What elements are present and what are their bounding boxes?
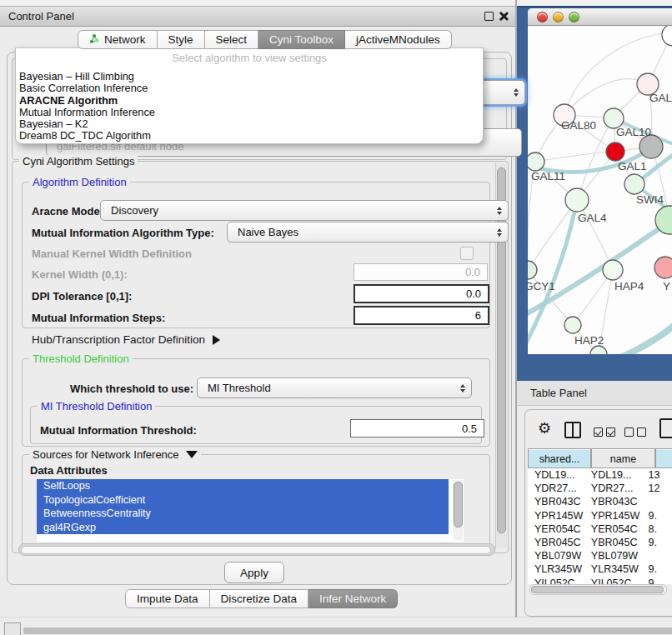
network-node-gal11[interactable] — [528, 152, 544, 171]
network-node-gal1[interactable] — [606, 142, 624, 161]
algorithm-option-dream8-dc-tdc-algorithm[interactable]: Dream8 DC_TDC Algorithm — [16, 130, 483, 142]
apply-button-label: Apply — [240, 567, 268, 579]
table-row[interactable]: YBR045CYBR045C9. — [528, 536, 672, 549]
network-canvas[interactable]: GALGAL80GAL10GAL1GAL11GAL4SWI4GCY1HAP4YH… — [528, 26, 672, 354]
tab-label: Network — [104, 33, 146, 46]
deselect-all-columns-icon[interactable] — [624, 425, 649, 440]
tab-cyni-toolbox[interactable]: Cyni Toolbox — [258, 30, 345, 49]
network-edge-thick[interactable] — [609, 322, 672, 354]
kernel-width-field[interactable]: 0.0 — [354, 263, 488, 281]
algorithm-option-aracne-algorithm[interactable]: ARACNE Algorithm — [16, 95, 483, 107]
network-edge-thick[interactable] — [528, 222, 669, 316]
table-row[interactable]: YDR27...YDR27...12 — [528, 482, 672, 495]
attribute-item-topologicalcoefficient[interactable]: TopologicalCoefficient — [37, 493, 449, 508]
tab-label: Discretize Data — [221, 592, 298, 605]
algorithm-option-bayesian-hill-climbing[interactable]: Bayesian – Hill Climbing — [16, 71, 483, 82]
close-traffic-light-icon[interactable] — [537, 12, 548, 22]
table-row[interactable]: YIL052CYIL052C9 — [528, 577, 672, 585]
tab-impute-data[interactable]: Impute Data — [125, 589, 210, 608]
attr-items-holder: SelfLoopsTopologicalCoefficientBetweenne… — [37, 479, 464, 534]
network-node-label-y: Y — [663, 280, 670, 292]
attribute-item-selfloops[interactable]: SelfLoops — [37, 479, 449, 493]
mi-threshold-field[interactable]: 0.5 — [350, 419, 484, 438]
table-hscrollbar-thumb[interactable] — [531, 586, 664, 593]
dpi-tolerance-field[interactable]: 0.0 — [354, 284, 489, 303]
combo-spinner-icon — [460, 384, 465, 392]
network-node-gal4[interactable] — [565, 188, 589, 212]
table-row[interactable]: YBL079WYBL079W — [528, 549, 672, 562]
app-root: Control Panel NetworkStyleSelectCyni Too… — [0, 0, 672, 635]
column-header-name[interactable]: name — [591, 448, 655, 468]
table-panel-titlebar: Table Panel — [517, 381, 672, 406]
manual-kernel-checkbox[interactable] — [460, 247, 474, 260]
apply-button[interactable]: Apply — [224, 562, 284, 583]
column-header-extra[interactable] — [655, 448, 672, 468]
select-all-columns-icon[interactable] — [594, 425, 619, 440]
table-row[interactable]: YLR345WYLR345W9. — [528, 562, 672, 576]
data-attributes-list[interactable]: SelfLoopsTopologicalCoefficientBetweenne… — [37, 479, 464, 542]
tab-network[interactable]: Network — [78, 30, 158, 49]
sources-title: Sources for Network Inference — [33, 448, 179, 461]
columns-icon[interactable] — [564, 422, 581, 438]
table-row[interactable]: YER054CYER054C8. — [528, 522, 672, 536]
export-table-icon[interactable] — [659, 418, 672, 438]
network-node-unlabeled[interactable] — [662, 26, 672, 46]
tab-style[interactable]: Style — [158, 30, 205, 49]
table-row[interactable]: YPR145WYPR145W9. — [528, 509, 672, 522]
collapsed-panel-icon[interactable] — [4, 622, 21, 635]
table-hscrollbar-track[interactable] — [529, 584, 667, 595]
settings-hscrollbar-track[interactable] — [18, 543, 495, 556]
network-node-unlabeled[interactable] — [639, 135, 663, 158]
network-window-titlebar[interactable] — [528, 8, 672, 26]
mi-steps-field[interactable]: 6 — [354, 306, 489, 325]
table-cell — [642, 495, 672, 508]
sources-header[interactable]: Sources for Network Inference — [29, 448, 201, 461]
tab-jactivemnodules[interactable]: jActiveMNodules — [345, 30, 452, 49]
network-edge-thin[interactable] — [535, 152, 615, 162]
network-node-hap2[interactable] — [564, 317, 581, 333]
network-node-y[interactable] — [654, 257, 672, 278]
table-body: YDL19...YDL19...13YDR27...YDR27...12YBR0… — [528, 468, 672, 584]
table-cell: 9. — [642, 562, 672, 576]
gear-icon[interactable]: ⚙ — [538, 421, 551, 436]
network-node-hap4[interactable] — [603, 260, 623, 280]
control-panel-title: Control Panel — [8, 10, 74, 22]
network-edge-thin[interactable] — [564, 79, 648, 115]
dpi-tolerance-label: DPI Tolerance [0,1]: — [32, 290, 132, 302]
float-window-icon[interactable] — [484, 12, 494, 21]
tab-infer-network[interactable]: Infer Network — [308, 589, 398, 608]
algorithm-option-mutual-information-inference[interactable]: Mutual Information Inference — [16, 107, 483, 118]
algorithm-option-bayesian-k2[interactable]: Bayesian – K2 — [16, 118, 483, 130]
aracne-mode-value: Discovery — [111, 204, 158, 217]
mi-type-combo[interactable]: Naive Bayes — [227, 222, 509, 242]
attribute-item-gal4rgexp[interactable]: gal4RGexp — [37, 521, 449, 535]
aracne-mode-combo[interactable]: Discovery — [100, 200, 509, 221]
network-node-unlabeled[interactable] — [624, 174, 644, 194]
table-cell: YDR27... — [528, 482, 584, 495]
tab-select[interactable]: Select — [205, 30, 259, 49]
tab-label: Infer Network — [319, 592, 386, 605]
tab-discretize-data[interactable]: Discretize Data — [210, 589, 309, 608]
column-header-shared[interactable]: shared... — [528, 448, 591, 468]
list-scrollbar-thumb[interactable] — [454, 482, 463, 528]
mi-threshold-label: Mutual Information Threshold: — [40, 424, 197, 437]
settings-hscrollbar-thumb[interactable] — [21, 546, 491, 554]
minimize-traffic-light-icon[interactable] — [553, 12, 564, 22]
network-window[interactable]: GALGAL80GAL10GAL1GAL11GAL4SWI4GCY1HAP4YH… — [528, 8, 672, 354]
attribute-item-betweennesscentrality[interactable]: BetweennessCentrality — [37, 507, 449, 521]
algorithm-option-basic-correlation-inference[interactable]: Basic Correlation Inference — [16, 82, 483, 94]
table-cell: YER054C — [528, 522, 584, 536]
table-cell: YIL052C — [528, 577, 584, 585]
table-cell: YLR345W — [528, 562, 584, 576]
hub-definition-toggle[interactable]: Hub/Transcription Factor Definition — [32, 333, 220, 346]
table-row[interactable]: YBR043CYBR043C — [528, 495, 672, 508]
bottom-scrollbar[interactable] — [23, 628, 672, 634]
close-icon[interactable] — [499, 11, 509, 21]
zoom-traffic-light-icon[interactable] — [569, 12, 579, 22]
control-panel-titlebar: Control Panel — [0, 6, 515, 27]
network-node-unlabeled[interactable] — [590, 346, 607, 354]
which-threshold-combo[interactable]: MI Threshold — [197, 378, 472, 398]
table-row[interactable]: YDL19...YDL19...13 — [528, 468, 672, 482]
network-canvas-svg: GALGAL80GAL10GAL1GAL11GAL4SWI4GCY1HAP4YH… — [528, 26, 672, 354]
network-node-gcy1[interactable] — [528, 261, 537, 279]
